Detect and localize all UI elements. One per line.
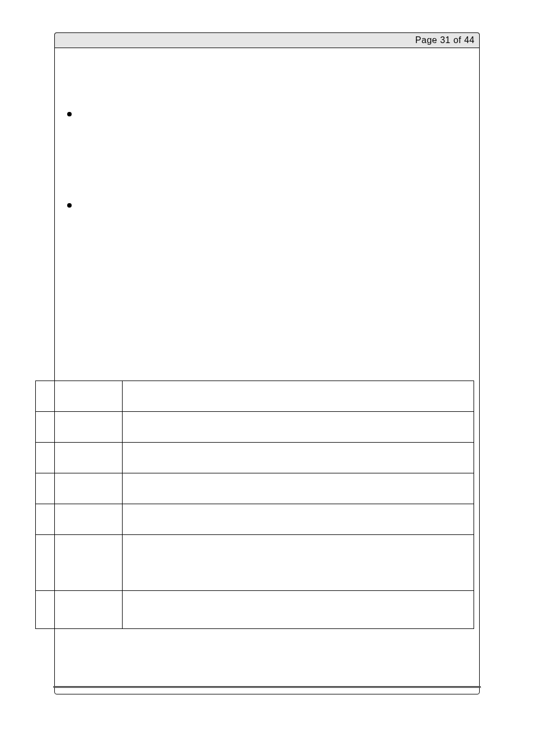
table-row: [36, 412, 474, 443]
footer-divider: [53, 686, 481, 688]
data-table: [35, 381, 474, 629]
table-cell: [122, 443, 474, 473]
table-row: [36, 535, 474, 591]
table-row: [36, 443, 474, 473]
table-cell: [36, 443, 123, 473]
table-cell: [122, 591, 474, 629]
table-row: [36, 591, 474, 629]
table-row: [36, 381, 474, 412]
table-cell: [36, 473, 123, 504]
page-header-banner: Page 31 of 44: [54, 32, 480, 48]
table-cell: [36, 412, 123, 443]
table-cell: [36, 535, 123, 591]
table-cell: [122, 412, 474, 443]
document-page: Page 31 of 44: [0, 0, 534, 756]
table-cell: [122, 504, 474, 535]
table-cell: [36, 381, 123, 412]
table-row: [36, 504, 474, 535]
table-cell: [122, 535, 474, 591]
page-number-label: Page 31 of 44: [415, 35, 475, 45]
table-cell: [122, 473, 474, 504]
bullet-icon: [67, 112, 72, 116]
bullet-icon: [67, 203, 72, 208]
table-cell: [122, 381, 474, 412]
table-row: [36, 473, 474, 504]
table-cell: [36, 504, 123, 535]
table-cell: [36, 591, 123, 629]
